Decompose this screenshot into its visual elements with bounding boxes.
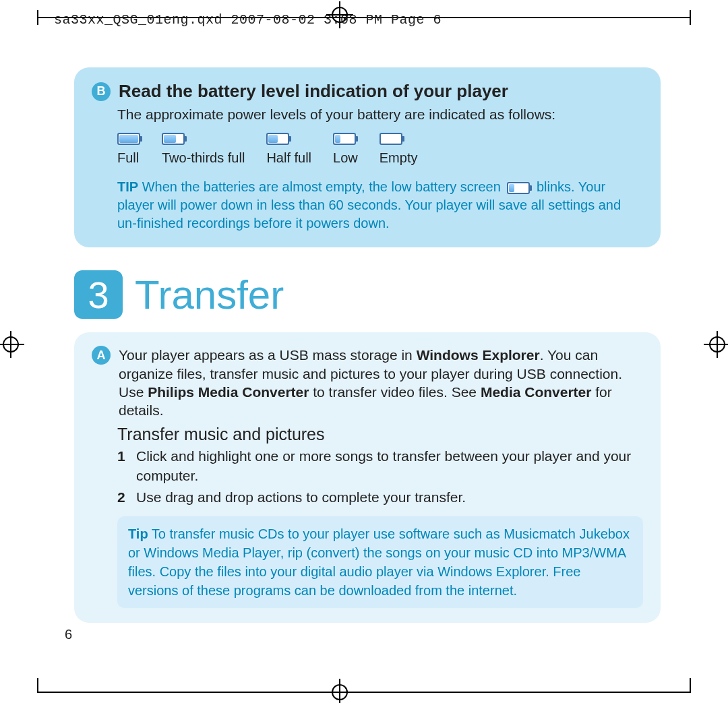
battery-low: Low (333, 133, 358, 166)
bullet-a: A (92, 346, 111, 365)
chapter-title: Transfer (135, 272, 284, 318)
battery-empty: Empty (380, 133, 418, 166)
registration-mark-left (0, 334, 22, 355)
battery-half: Half full (266, 133, 311, 166)
t: Your player appears as a USB mass storag… (119, 347, 417, 363)
battery-label: Full (117, 150, 139, 166)
registration-mark-bottom (329, 681, 351, 703)
battery-icon-empty (380, 133, 402, 145)
chapter-heading: 3 Transfer (74, 270, 661, 319)
file-header: sa33xx_QSG_01eng.qxd 2007-08-02 3:08 PM … (54, 12, 442, 28)
step-num: 2 (117, 488, 129, 507)
transfer-tip: Tip To transfer music CDs to your player… (117, 516, 643, 608)
registration-mark-right (706, 334, 728, 355)
battery-icon-half (266, 133, 289, 145)
page-body: B Read the battery level indication of y… (74, 67, 661, 623)
battery-icon-two-thirds (162, 133, 185, 145)
t: to transfer video files. See (309, 384, 480, 400)
battery-two-thirds: Two-thirds full (162, 133, 245, 166)
battery-title: Read the battery level indication of you… (119, 81, 508, 102)
battery-card: B Read the battery level indication of y… (74, 67, 661, 247)
crop-mark-bottom (37, 692, 691, 693)
page-number: 6 (65, 627, 72, 642)
tip-text: To transfer music CDs to your player use… (128, 526, 630, 598)
battery-label: Half full (266, 150, 311, 166)
step-text: Click and highlight one or more songs to… (136, 447, 643, 485)
t: Media Converter (481, 384, 592, 400)
battery-intro: The approximate power levels of your bat… (92, 106, 643, 123)
battery-tip: TIP When the batteries are almost empty,… (92, 174, 643, 233)
step-num: 1 (117, 447, 129, 485)
tip-label: TIP (117, 179, 138, 194)
chapter-number: 3 (74, 270, 123, 319)
battery-icon-inline (507, 182, 530, 194)
t: Philips Media Converter (148, 384, 309, 400)
transfer-intro: A Your player appears as a USB mass stor… (92, 346, 643, 419)
tip-text-before: When the batteries are almost empty, the… (138, 179, 504, 194)
battery-label: Low (333, 150, 358, 166)
bullet-b: B (92, 82, 111, 101)
transfer-card: A Your player appears as a USB mass stor… (74, 332, 661, 623)
t: Windows Explorer (417, 347, 540, 363)
transfer-steps: 1Click and highlight one or more songs t… (92, 447, 643, 507)
tip-label: Tip (128, 526, 148, 541)
transfer-subhead: Transfer music and pictures (92, 425, 643, 444)
battery-icon-full (117, 133, 140, 145)
transfer-paragraph: Your player appears as a USB mass storag… (119, 346, 643, 419)
battery-full: Full (117, 133, 140, 166)
battery-label: Two-thirds full (162, 150, 245, 166)
battery-icon-low (333, 133, 356, 145)
step-text: Use drag and drop actions to complete yo… (136, 488, 466, 507)
battery-levels-row: Full Two-thirds full Half full Low Empty (92, 123, 643, 174)
battery-label: Empty (380, 150, 418, 166)
